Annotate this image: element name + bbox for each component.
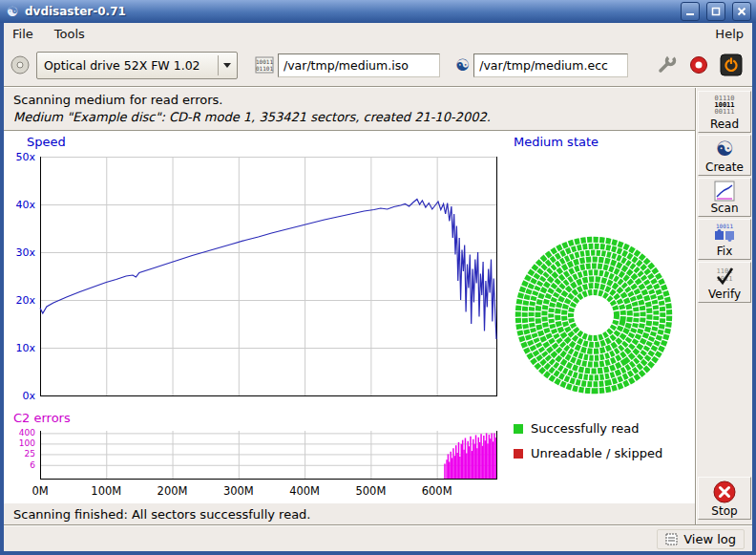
drive-selector[interactable]: Optical drive 52X FW 1.02 [36,52,238,79]
svg-text:200M: 200M [158,484,188,498]
menu-file[interactable]: File [12,27,33,41]
stop-button[interactable]: Stop [698,477,751,520]
create-button-label: Create [705,160,744,174]
speed-chart: 50x40x30x20x10x0x [8,149,502,405]
svg-text:400M: 400M [289,484,320,498]
c2-errors-chart: 4001002560M100M200M300M400M500M600M [8,427,502,502]
verify-button[interactable]: 1101 1011 Verify [698,262,751,303]
window-body: File Tools Help Optical drive 52X FW 1.0… [4,23,752,551]
about-lifebuoy-icon[interactable] [687,53,710,76]
scan-chart-icon [714,181,735,202]
status-block: Scanning medium for read errors. Medium … [4,88,695,130]
svg-text:20x: 20x [15,294,35,307]
view-log-button[interactable]: View log [657,529,745,549]
legend-label-unreadable: Unreadable / skipped [531,446,662,460]
legend-label-success: Successfully read [531,421,639,436]
svg-text:6: 6 [30,460,35,470]
svg-text:600M: 600M [422,484,452,498]
c2-errors-title: C2 errors [13,411,71,425]
puzzle-fix-icon: 10011 [712,222,737,245]
maximize-icon [711,7,721,16]
legend-item-success: Successfully read [514,421,662,436]
stop-x-icon [712,480,737,504]
log-icon [665,533,678,545]
app-yin-yang-icon: ☯ [5,4,20,19]
legend: Successfully read Unreadable / skipped [514,421,662,460]
separator [218,55,219,75]
chevron-down-icon [223,63,231,72]
chip-binary-row: 10011 [256,58,273,65]
minimize-button[interactable] [681,2,700,21]
verify-button-label: Verify [708,288,741,301]
image-file-input[interactable] [278,53,440,77]
svg-text:300M: 300M [223,484,254,498]
svg-text:30x: 30x [15,246,35,259]
drive-selector-value: Optical drive 52X FW 1.02 [37,58,218,73]
window-title: dvdisaster-0.71 [25,5,674,18]
menu-help[interactable]: Help [715,27,744,41]
content-area: Scanning medium for read errors. Medium … [4,88,752,524]
svg-text:0M: 0M [32,484,48,498]
maximize-button[interactable] [706,2,725,21]
svg-text:0x: 0x [22,390,35,402]
svg-text:100M: 100M [91,484,121,498]
image-file-icon: 10011 01101 [255,55,274,75]
svg-text:40x: 40x [15,199,35,211]
finish-status-text: Scanning finished: All sectors successfu… [4,503,695,524]
action-sidebar: 01110 10011 00111 Read ☯ Create [697,88,752,524]
legend-item-unreadable: Unreadable / skipped [514,446,662,460]
svg-text:100: 100 [19,438,35,448]
medium-state-title: Medium state [514,135,598,149]
minimize-icon [685,7,695,16]
quit-power-button[interactable] [720,53,743,76]
binary-row: 00111 [714,109,734,116]
fix-button[interactable]: 10011 Fix [698,219,751,260]
yin-yang-icon: ☯ [716,138,734,160]
menu-tools[interactable]: Tools [54,27,85,41]
close-button[interactable] [732,2,751,21]
fix-button-label: Fix [717,245,732,258]
svg-text:50x: 50x [15,151,35,163]
speed-chart-title: Speed [27,135,66,149]
title-bar[interactable]: ☯ dvdisaster-0.71 [0,0,756,23]
app-window: ☯ dvdisaster-0.71 File Tools Help Optica… [0,0,756,555]
create-button[interactable]: ☯ Create [698,135,751,176]
green-swatch-icon [514,424,523,434]
svg-text:400: 400 [19,428,35,438]
drive-icon [10,54,31,75]
preferences-wrench-icon[interactable] [655,53,678,76]
svg-text:10x: 10x [15,342,35,354]
close-icon [737,7,746,16]
scan-button-label: Scan [710,202,738,215]
bottom-bar: View log [4,526,752,551]
view-log-label: View log [683,532,736,546]
toolbar: Optical drive 52X FW 1.02 10011 01101 ☯ [4,44,752,86]
menu-bar: File Tools Help [4,23,752,44]
binary-row: 10011 [716,223,733,229]
binary-read-icon: 01110 10011 00111 [714,94,734,117]
verify-check-icon: 1101 1011 [712,265,737,288]
medium-state-disc [508,229,680,401]
status-line-action: Scanning medium for read errors. [13,92,695,109]
stop-button-label: Stop [711,504,737,518]
read-button-label: Read [710,117,739,131]
red-swatch-icon [514,449,523,459]
read-button[interactable]: 01110 10011 00111 Read [698,91,751,133]
status-line-medium-info: Medium "Example disc": CD-R mode 1, 3534… [13,109,695,126]
svg-text:500M: 500M [355,484,386,498]
chip-binary-row: 01101 [256,65,273,72]
svg-text:25: 25 [25,449,35,459]
main-panel: Scanning medium for read errors. Medium … [4,88,695,524]
chart-panel: Speed Medium state 50x40x30x20x10x0x C2 … [4,132,695,503]
scan-button[interactable]: Scan [698,178,751,217]
ecc-file-input[interactable] [473,53,628,77]
ecc-file-icon: ☯ [455,55,470,75]
